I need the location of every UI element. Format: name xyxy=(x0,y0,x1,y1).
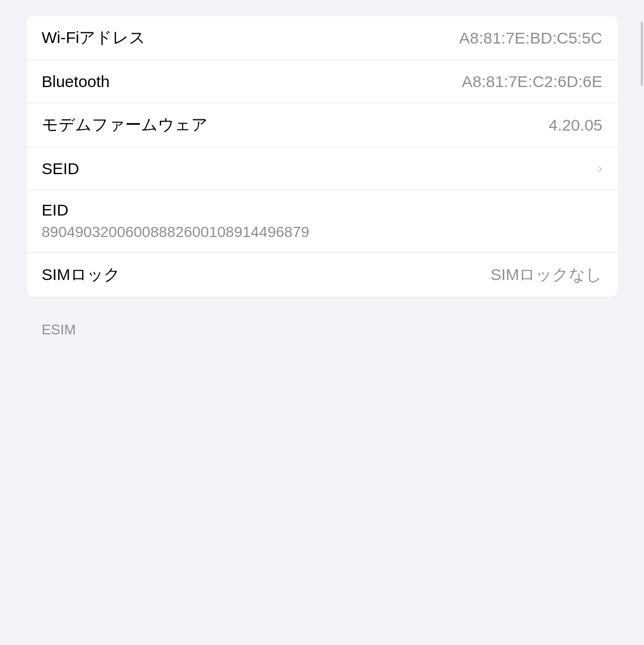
bluetooth-row: Bluetooth A8:81:7E:C2:6D:6E xyxy=(27,60,618,103)
wifi-address-row: Wi-Fiアドレス A8:81:7E:BD:C5:5C xyxy=(27,16,618,60)
seid-label: SEID xyxy=(42,160,79,178)
sim-lock-row: SIMロック SIMロックなし xyxy=(27,253,618,297)
modem-firmware-label: モデムファームウェア xyxy=(42,114,208,136)
sim-lock-label: SIMロック xyxy=(42,264,120,286)
settings-card: Wi-Fiアドレス A8:81:7E:BD:C5:5C Bluetooth A8… xyxy=(27,16,618,297)
bluetooth-label: Bluetooth xyxy=(42,73,110,91)
scrollbar-thumb[interactable] xyxy=(641,22,643,86)
wifi-address-label: Wi-Fiアドレス xyxy=(42,27,146,49)
sim-lock-value: SIMロックなし xyxy=(490,264,602,286)
wifi-address-value: A8:81:7E:BD:C5:5C xyxy=(459,29,603,47)
eid-row: EID 89049032006008882600108914496879 xyxy=(27,190,618,253)
modem-firmware-value: 4.20.05 xyxy=(548,116,602,134)
bluetooth-value: A8:81:7E:C2:6D:6E xyxy=(462,73,603,91)
seid-row[interactable]: SEID › xyxy=(27,147,618,190)
scrollbar-track[interactable] xyxy=(640,0,644,645)
modem-firmware-row: モデムファームウェア 4.20.05 xyxy=(27,103,618,147)
eid-value: 89049032006008882600108914496879 xyxy=(42,223,309,242)
esim-section-label: ESIM xyxy=(27,313,91,342)
chevron-right-icon: › xyxy=(598,160,603,177)
eid-label: EID xyxy=(42,201,69,219)
